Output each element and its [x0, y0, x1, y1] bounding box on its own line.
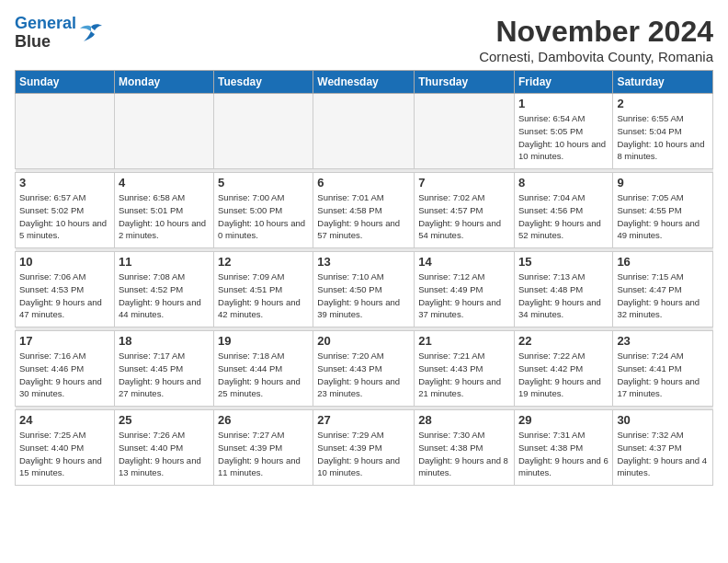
calendar-cell: 2Sunrise: 6:55 AM Sunset: 5:04 PM Daylig… — [613, 94, 713, 169]
day-info: Sunrise: 7:06 AM Sunset: 4:53 PM Dayligh… — [19, 270, 110, 321]
weekday-header: Wednesday — [313, 71, 415, 94]
calendar-cell: 3Sunrise: 6:57 AM Sunset: 5:02 PM Daylig… — [16, 173, 115, 248]
weekday-header: Sunday — [16, 71, 115, 94]
day-info: Sunrise: 7:17 AM Sunset: 4:45 PM Dayligh… — [119, 350, 210, 400]
day-info: Sunrise: 7:25 AM Sunset: 4:40 PM Dayligh… — [19, 429, 110, 479]
day-number: 8 — [518, 176, 609, 190]
day-number: 9 — [617, 176, 709, 190]
calendar-week-row: 3Sunrise: 6:57 AM Sunset: 5:02 PM Daylig… — [16, 173, 713, 248]
day-number: 13 — [317, 255, 410, 269]
day-number: 25 — [119, 413, 210, 427]
day-info: Sunrise: 7:27 AM Sunset: 4:39 PM Dayligh… — [218, 429, 309, 479]
weekday-header: Friday — [514, 71, 612, 94]
day-number: 12 — [218, 255, 309, 269]
calendar-cell: 21Sunrise: 7:21 AM Sunset: 4:43 PM Dayli… — [415, 331, 515, 407]
calendar-cell: 16Sunrise: 7:15 AM Sunset: 4:47 PM Dayli… — [613, 252, 713, 327]
logo-text: GeneralBlue — [15, 15, 76, 52]
day-number: 21 — [418, 334, 510, 348]
day-info: Sunrise: 7:18 AM Sunset: 4:44 PM Dayligh… — [218, 350, 309, 400]
location-title: Cornesti, Dambovita County, Romania — [479, 49, 713, 64]
calendar-header-row: SundayMondayTuesdayWednesdayThursdayFrid… — [16, 71, 713, 94]
calendar-cell: 11Sunrise: 7:08 AM Sunset: 4:52 PM Dayli… — [114, 252, 213, 327]
calendar-cell — [313, 94, 415, 169]
day-info: Sunrise: 7:00 AM Sunset: 5:00 PM Dayligh… — [218, 191, 309, 242]
calendar-cell: 13Sunrise: 7:10 AM Sunset: 4:50 PM Dayli… — [313, 252, 415, 327]
calendar-week-row: 24Sunrise: 7:25 AM Sunset: 4:40 PM Dayli… — [16, 410, 713, 486]
day-number: 19 — [218, 334, 309, 348]
day-info: Sunrise: 7:15 AM Sunset: 4:47 PM Dayligh… — [617, 270, 709, 321]
day-info: Sunrise: 6:54 AM Sunset: 5:05 PM Dayligh… — [518, 112, 609, 163]
day-number: 1 — [518, 97, 609, 110]
weekday-header: Monday — [114, 71, 213, 94]
day-number: 18 — [119, 334, 210, 348]
day-number: 29 — [518, 413, 609, 427]
day-info: Sunrise: 7:24 AM Sunset: 4:41 PM Dayligh… — [617, 350, 709, 400]
day-info: Sunrise: 7:04 AM Sunset: 4:56 PM Dayligh… — [518, 191, 609, 242]
weekday-header: Thursday — [415, 71, 515, 94]
day-info: Sunrise: 7:10 AM Sunset: 4:50 PM Dayligh… — [317, 270, 410, 321]
calendar-cell: 10Sunrise: 7:06 AM Sunset: 4:53 PM Dayli… — [16, 252, 115, 327]
day-info: Sunrise: 7:13 AM Sunset: 4:48 PM Dayligh… — [518, 270, 609, 321]
calendar-table: SundayMondayTuesdayWednesdayThursdayFrid… — [15, 70, 713, 486]
calendar-cell: 15Sunrise: 7:13 AM Sunset: 4:48 PM Dayli… — [514, 252, 612, 327]
day-number: 28 — [418, 413, 510, 427]
day-number: 11 — [119, 255, 210, 269]
calendar-cell: 9Sunrise: 7:05 AM Sunset: 4:55 PM Daylig… — [613, 173, 713, 248]
day-info: Sunrise: 7:05 AM Sunset: 4:55 PM Dayligh… — [617, 191, 709, 242]
day-number: 14 — [418, 255, 510, 269]
day-info: Sunrise: 6:57 AM Sunset: 5:02 PM Dayligh… — [19, 191, 110, 242]
day-number: 16 — [617, 255, 709, 269]
day-number: 20 — [317, 334, 410, 348]
day-number: 17 — [19, 334, 110, 348]
day-info: Sunrise: 7:29 AM Sunset: 4:39 PM Dayligh… — [317, 429, 410, 479]
calendar-cell — [214, 94, 313, 169]
day-info: Sunrise: 7:20 AM Sunset: 4:43 PM Dayligh… — [317, 350, 410, 400]
day-number: 7 — [418, 176, 510, 190]
day-info: Sunrise: 7:01 AM Sunset: 4:58 PM Dayligh… — [317, 191, 410, 242]
logo: GeneralBlue — [15, 15, 104, 52]
day-info: Sunrise: 7:08 AM Sunset: 4:52 PM Dayligh… — [119, 270, 210, 321]
weekday-header: Saturday — [613, 71, 713, 94]
month-title: November 2024 — [479, 15, 713, 49]
calendar-cell: 6Sunrise: 7:01 AM Sunset: 4:58 PM Daylig… — [313, 173, 415, 248]
day-number: 10 — [19, 255, 110, 269]
day-info: Sunrise: 6:58 AM Sunset: 5:01 PM Dayligh… — [119, 191, 210, 242]
calendar-cell — [415, 94, 515, 169]
day-number: 24 — [19, 413, 110, 427]
calendar-cell: 27Sunrise: 7:29 AM Sunset: 4:39 PM Dayli… — [313, 410, 415, 486]
day-number: 3 — [19, 176, 110, 190]
calendar-cell: 25Sunrise: 7:26 AM Sunset: 4:40 PM Dayli… — [114, 410, 213, 486]
day-number: 23 — [617, 334, 709, 348]
calendar-cell: 22Sunrise: 7:22 AM Sunset: 4:42 PM Dayli… — [514, 331, 612, 407]
calendar-cell: 8Sunrise: 7:04 AM Sunset: 4:56 PM Daylig… — [514, 173, 612, 248]
calendar-cell: 12Sunrise: 7:09 AM Sunset: 4:51 PM Dayli… — [214, 252, 313, 327]
calendar-cell: 23Sunrise: 7:24 AM Sunset: 4:41 PM Dayli… — [613, 331, 713, 407]
calendar-cell: 17Sunrise: 7:16 AM Sunset: 4:46 PM Dayli… — [16, 331, 115, 407]
calendar-cell: 5Sunrise: 7:00 AM Sunset: 5:00 PM Daylig… — [214, 173, 313, 248]
day-number: 30 — [617, 413, 709, 427]
calendar-cell: 29Sunrise: 7:31 AM Sunset: 4:38 PM Dayli… — [514, 410, 612, 486]
day-number: 4 — [119, 176, 210, 190]
logo-bird-icon — [78, 23, 104, 43]
calendar-cell: 30Sunrise: 7:32 AM Sunset: 4:37 PM Dayli… — [613, 410, 713, 486]
day-number: 26 — [218, 413, 309, 427]
day-info: Sunrise: 6:55 AM Sunset: 5:04 PM Dayligh… — [617, 112, 709, 163]
title-block: November 2024 Cornesti, Dambovita County… — [479, 15, 713, 64]
day-info: Sunrise: 7:16 AM Sunset: 4:46 PM Dayligh… — [19, 350, 110, 400]
calendar-cell: 20Sunrise: 7:20 AM Sunset: 4:43 PM Dayli… — [313, 331, 415, 407]
calendar-cell: 14Sunrise: 7:12 AM Sunset: 4:49 PM Dayli… — [415, 252, 515, 327]
calendar-week-row: 10Sunrise: 7:06 AM Sunset: 4:53 PM Dayli… — [16, 252, 713, 327]
day-number: 22 — [518, 334, 609, 348]
day-number: 27 — [317, 413, 410, 427]
calendar-cell — [16, 94, 115, 169]
day-info: Sunrise: 7:32 AM Sunset: 4:37 PM Dayligh… — [617, 429, 709, 479]
calendar-cell: 4Sunrise: 6:58 AM Sunset: 5:01 PM Daylig… — [114, 173, 213, 248]
calendar-cell — [114, 94, 213, 169]
day-number: 15 — [518, 255, 609, 269]
day-info: Sunrise: 7:02 AM Sunset: 4:57 PM Dayligh… — [418, 191, 510, 242]
day-info: Sunrise: 7:31 AM Sunset: 4:38 PM Dayligh… — [518, 429, 609, 479]
day-number: 2 — [617, 97, 709, 110]
day-info: Sunrise: 7:09 AM Sunset: 4:51 PM Dayligh… — [218, 270, 309, 321]
day-number: 5 — [218, 176, 309, 190]
page-header: GeneralBlue November 2024 Cornesti, Damb… — [15, 15, 713, 64]
